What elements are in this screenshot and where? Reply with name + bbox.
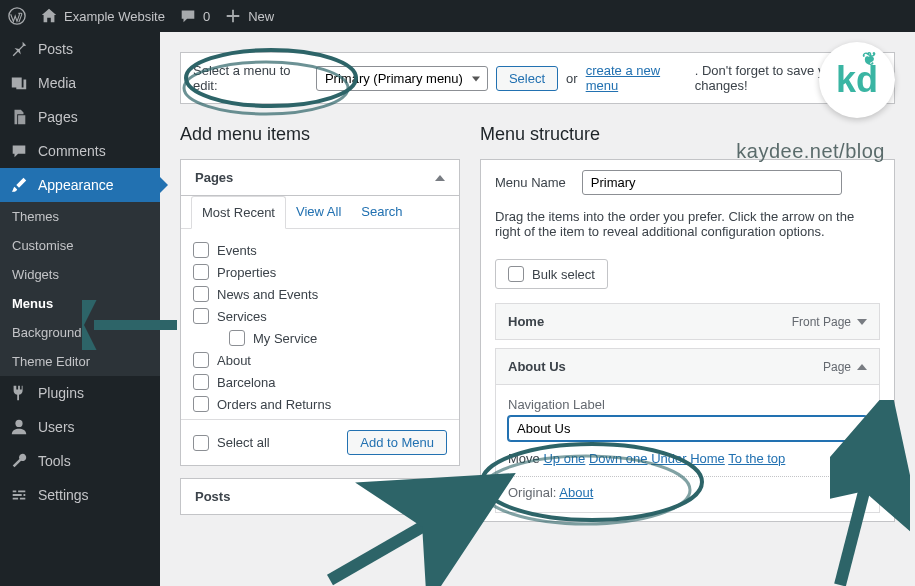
page-row[interactable]: Orders and Returns [193, 393, 447, 415]
sidebar-item-posts[interactable]: Posts [0, 32, 160, 66]
site-name: Example Website [64, 9, 165, 24]
page-row[interactable]: Properties [193, 261, 447, 283]
checkbox[interactable] [193, 242, 209, 258]
select-button[interactable]: Select [496, 66, 558, 91]
sidebar-item-comments[interactable]: Comments [0, 134, 160, 168]
sidebar-item-plugins[interactable]: Plugins [0, 376, 160, 410]
page-label: About [217, 353, 251, 368]
tab-most-recent[interactable]: Most Recent [191, 196, 286, 229]
pages-tabs: Most Recent View All Search [181, 196, 459, 229]
pages-list[interactable]: Events Properties News and Events Servic… [181, 229, 459, 419]
sub-customise[interactable]: Customise [0, 231, 160, 260]
plug-icon [10, 384, 28, 402]
sub-menus[interactable]: Menus [0, 289, 160, 318]
sidebar-item-media[interactable]: Media [0, 66, 160, 100]
page-label: My Service [253, 331, 317, 346]
menu-item-title: About Us [508, 359, 566, 374]
sub-background[interactable]: Background [0, 318, 160, 347]
menu-item-home[interactable]: Home Front Page [495, 303, 880, 340]
admin-sidebar: Posts Media Pages Comments Appearance Th… [0, 32, 160, 586]
new-link[interactable]: New [224, 7, 274, 25]
menu-name-input[interactable] [582, 170, 842, 195]
checkbox[interactable] [193, 435, 209, 451]
watermark: kaydee.net/blog [736, 140, 885, 163]
tab-search[interactable]: Search [351, 196, 412, 228]
comments-link[interactable]: 0 [179, 7, 210, 25]
page-label: Barcelona [217, 375, 276, 390]
checkbox[interactable] [193, 396, 209, 412]
menu-dropdown[interactable]: Primary (Primary menu) [316, 66, 488, 91]
move-top-link[interactable]: To the top [728, 451, 785, 466]
checkbox[interactable] [193, 308, 209, 324]
menu-item-type: Page [823, 360, 851, 374]
plus-icon [224, 7, 242, 25]
add-to-menu-button[interactable]: Add to Menu [347, 430, 447, 455]
page-row[interactable]: News and Events [193, 283, 447, 305]
sidebar-item-appearance[interactable]: Appearance [0, 168, 160, 202]
checkbox[interactable] [193, 264, 209, 280]
sub-theme-editor[interactable]: Theme Editor [0, 347, 160, 376]
site-link[interactable]: Example Website [40, 7, 165, 25]
move-up-link[interactable]: Up one [543, 451, 585, 466]
chevron-down-icon [435, 494, 445, 500]
kd-logo: ❦kd [819, 42, 895, 118]
page-label: Orders and Returns [217, 397, 331, 412]
sub-widgets[interactable]: Widgets [0, 260, 160, 289]
admin-bar: Example Website 0 New [0, 0, 915, 32]
sidebar-item-tools[interactable]: Tools [0, 444, 160, 478]
posts-toggle[interactable]: Posts [181, 479, 459, 514]
menu-item-header[interactable]: Home Front Page [496, 304, 879, 339]
sidebar-item-settings[interactable]: Settings [0, 478, 160, 512]
bulk-select-label: Bulk select [532, 267, 595, 282]
page-label: Services [217, 309, 267, 324]
checkbox[interactable] [193, 286, 209, 302]
sidebar-label: Appearance [38, 177, 114, 193]
content-area: Select a menu to edit: Primary (Primary … [160, 32, 915, 586]
bulk-select-button[interactable]: Bulk select [495, 259, 608, 289]
sidebar-label: Comments [38, 143, 106, 159]
chevron-down-icon [857, 319, 867, 325]
checkbox[interactable] [193, 352, 209, 368]
menu-item-header[interactable]: About Us Page [496, 349, 879, 384]
page-row[interactable]: About [193, 349, 447, 371]
pages-postbox: Pages Most Recent View All Search Events… [180, 159, 460, 466]
checkbox[interactable] [229, 330, 245, 346]
sidebar-label: Tools [38, 453, 71, 469]
pages-title: Pages [195, 170, 233, 185]
menu-select-notice: Select a menu to edit: Primary (Primary … [180, 52, 895, 104]
page-row[interactable]: My Service [193, 327, 447, 349]
select-all[interactable]: Select all [193, 435, 270, 451]
instructions-text: Drag the items into the order you prefer… [481, 205, 894, 251]
posts-postbox: Posts [180, 478, 460, 515]
leaf-icon: ❦ [862, 48, 877, 70]
sub-themes[interactable]: Themes [0, 202, 160, 231]
nav-label-input[interactable] [508, 416, 867, 441]
comment-icon [10, 142, 28, 160]
original-link[interactable]: About [559, 485, 593, 500]
checkbox[interactable] [508, 266, 524, 282]
checkbox[interactable] [193, 374, 209, 390]
wrench-icon [10, 452, 28, 470]
page-row[interactable]: Events [193, 239, 447, 261]
menu-item-about-us[interactable]: About Us Page Navigation Label Move Up o… [495, 348, 880, 513]
page-row[interactable]: Barcelona [193, 371, 447, 393]
create-menu-link[interactable]: create a new menu [586, 63, 687, 93]
page-row[interactable]: Services [193, 305, 447, 327]
sidebar-item-users[interactable]: Users [0, 410, 160, 444]
sidebar-item-pages[interactable]: Pages [0, 100, 160, 134]
comment-icon [179, 7, 197, 25]
tab-view-all[interactable]: View All [286, 196, 351, 228]
sidebar-label: Settings [38, 487, 89, 503]
wp-logo[interactable] [8, 7, 26, 25]
move-down-link[interactable]: Down one [589, 451, 648, 466]
select-menu-label: Select a menu to edit: [193, 63, 308, 93]
nav-label-label: Navigation Label [508, 397, 867, 412]
brush-icon [10, 176, 28, 194]
media-icon [10, 74, 28, 92]
sidebar-label: Plugins [38, 385, 84, 401]
move-under-link[interactable]: Under Home [651, 451, 725, 466]
sliders-icon [10, 486, 28, 504]
menu-item-type: Front Page [792, 315, 851, 329]
wordpress-icon [8, 7, 26, 25]
pages-toggle[interactable]: Pages [181, 160, 459, 196]
